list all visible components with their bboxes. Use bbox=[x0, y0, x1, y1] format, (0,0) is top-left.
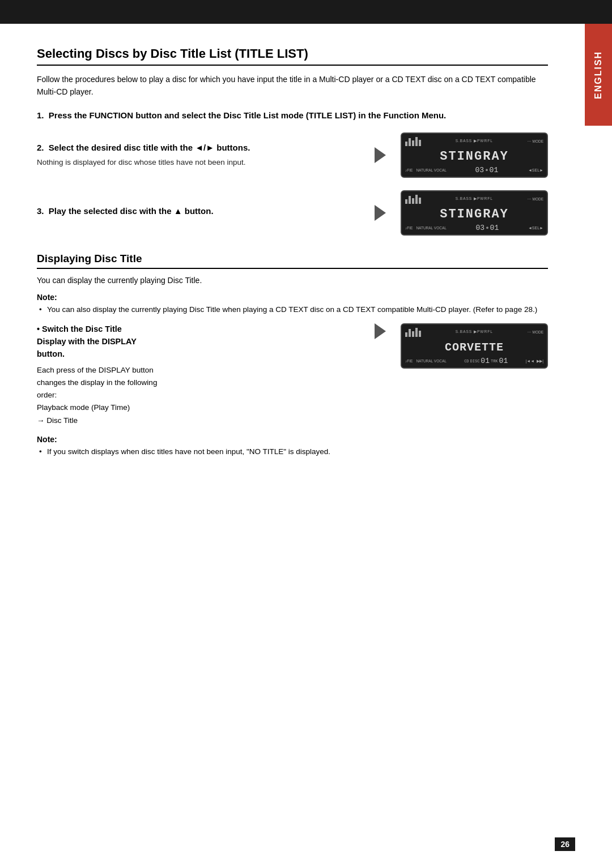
eq-bar bbox=[409, 138, 411, 146]
eq-bar bbox=[412, 198, 414, 204]
eq-bar bbox=[405, 142, 407, 146]
step-2-note: Nothing is displayed for disc whose titl… bbox=[37, 157, 360, 168]
cd-numbers-1: 03 ● 01 bbox=[475, 166, 500, 174]
cd-num-disc: 03 bbox=[475, 166, 484, 174]
eq-bar bbox=[419, 331, 421, 337]
cd-rew-label: |◄◄ bbox=[525, 359, 534, 364]
eq-graphic-1 bbox=[405, 136, 421, 146]
eq-bar bbox=[419, 198, 421, 204]
cd-sel-label-2: ◄SEL► bbox=[528, 226, 543, 230]
top-bar bbox=[0, 0, 612, 24]
cd-fie-label-corvette: ♪FIE bbox=[405, 359, 413, 363]
eq-bar bbox=[409, 329, 411, 337]
body-line1: Each press of the DISPLAY button bbox=[37, 364, 360, 377]
cd-numbers-2: 03 ● 01 bbox=[476, 224, 499, 232]
cd-ffw-label: ▶▶| bbox=[537, 359, 543, 364]
display-order-text: Each press of the DISPLAY button changes… bbox=[37, 364, 360, 427]
cd-natural-label-corvette: NATURAL VOCAL bbox=[416, 359, 446, 363]
cd-num-track-corvette: 01 bbox=[499, 357, 508, 365]
step-2-row: 2. Select the desired disc title with th… bbox=[37, 132, 548, 178]
step-3-text-block: 3. Play the selected disc with the ▲ but… bbox=[37, 206, 360, 220]
step-1-header: 1. Press the FUNCTION button and select … bbox=[37, 110, 548, 120]
step-2-arrow bbox=[370, 147, 390, 163]
body-arrow-line: → Disc Title bbox=[37, 414, 360, 427]
cd-labels-left-1: ♪FIE NATURAL VOCAL bbox=[405, 168, 447, 172]
cd-display-corvette: S.BASS ▶PWRFL ···· MODE CORVETTE ♪FIE NA… bbox=[401, 323, 548, 369]
arrow-label: → bbox=[37, 416, 45, 425]
cd-trk-label: TRK bbox=[491, 359, 498, 364]
section2-note2-label: Note: bbox=[37, 435, 548, 444]
section2-note-text: You can also display the currently playi… bbox=[37, 304, 548, 315]
cd-display-1: S.BASS ▶PWRFL ···· MODE STINGRAY ♪FIE NA… bbox=[401, 132, 548, 178]
step-2: 2. Select the desired disc title with th… bbox=[37, 132, 548, 178]
cd-num-track-2: 01 bbox=[490, 224, 499, 232]
body-line2: changes the display in the following bbox=[37, 377, 360, 389]
cd-label-sbass-1: S.BASS ▶PWRFL bbox=[456, 139, 493, 143]
step-3: 3. Play the selected disc with the ▲ but… bbox=[37, 190, 548, 236]
step-2-label: Select the desired disc title with the ◄… bbox=[49, 143, 250, 152]
step-2-text-block: 2. Select the desired disc title with th… bbox=[37, 143, 360, 168]
cd-disc-sub: DISC bbox=[470, 359, 480, 364]
eq-bar bbox=[409, 196, 411, 204]
eq-graphic-2 bbox=[405, 194, 421, 204]
cd-natural-label-2: NATURAL VOCAL bbox=[416, 226, 446, 230]
eq-bar bbox=[412, 140, 414, 146]
cd-labels-left-corvette: ♪FIE NATURAL VOCAL bbox=[405, 359, 447, 363]
step-1: 1. Press the FUNCTION button and select … bbox=[37, 110, 548, 120]
step-3-arrow bbox=[370, 205, 390, 221]
eq-bar bbox=[415, 137, 418, 146]
cd-fie-label-2: ♪FIE bbox=[405, 226, 413, 230]
bullet-step-display: Switch the Disc Title Display with the D… bbox=[37, 323, 548, 427]
body-line3: order: bbox=[37, 389, 360, 401]
step-2-num: 2. bbox=[37, 143, 44, 152]
cd-labels-left-2: ♪FIE NATURAL VOCAL bbox=[405, 226, 447, 230]
bullet-step-text-block: Switch the Disc Title Display with the D… bbox=[37, 323, 360, 427]
bullet-step-arrow bbox=[370, 323, 390, 339]
step-3-row: 3. Play the selected disc with the ▲ but… bbox=[37, 190, 548, 236]
cd-bullet-2: ● bbox=[486, 225, 488, 231]
cd-sel-label: ◄SEL► bbox=[528, 168, 543, 172]
cd-controls-1: ◄SEL► bbox=[528, 168, 543, 172]
cd-controls-corvette: |◄◄ ▶▶| bbox=[525, 359, 543, 364]
cd-disc-label: CD bbox=[464, 359, 469, 364]
cd-bottom-row-1: ♪FIE NATURAL VOCAL 03 ● 01 ◄SEL► bbox=[405, 166, 543, 174]
cd-controls-2: ◄SEL► bbox=[528, 226, 543, 230]
section2-note-label: Note: bbox=[37, 293, 548, 302]
cd-label-mode-1: ···· MODE bbox=[527, 139, 543, 143]
body-line5: Disc Title bbox=[46, 416, 78, 425]
section1-title: Selecting Discs by Disc Title List (TITL… bbox=[37, 46, 548, 66]
bullet-step-header: Switch the Disc Title Display with the D… bbox=[37, 323, 360, 360]
cd-bottom-row-2: ♪FIE NATURAL VOCAL 03 ● 01 ◄SEL► bbox=[405, 224, 543, 232]
eq-bar bbox=[415, 328, 418, 337]
step-3-label: Play the selected disc with the ▲ button… bbox=[49, 206, 214, 216]
section1-intro: Follow the procedures below to play a di… bbox=[37, 74, 548, 98]
step-3-header: 3. Play the selected disc with the ▲ but… bbox=[37, 206, 360, 216]
step-1-text: Press the FUNCTION button and select the… bbox=[49, 110, 446, 120]
page-number: 26 bbox=[555, 837, 575, 851]
cd-bullet: ● bbox=[485, 168, 488, 173]
cd-title-2: STINGRAY bbox=[405, 206, 543, 223]
cd-num-track: 01 bbox=[490, 166, 499, 174]
section2-title: Displaying Disc Title bbox=[37, 253, 548, 269]
arrow-right-icon-2 bbox=[375, 205, 386, 221]
cd-top-row-1: S.BASS ▶PWRFL ···· MODE bbox=[405, 136, 543, 146]
cd-label-sbass-corvette: S.BASS ▶PWRFL bbox=[456, 330, 493, 334]
main-content: Selecting Discs by Disc Title List (TITL… bbox=[0, 24, 585, 491]
eq-bar bbox=[419, 140, 421, 146]
bullet-header-line2: Display with the DISPLAY bbox=[37, 337, 137, 346]
cd-label-mode-2: ···· MODE bbox=[527, 197, 543, 201]
bullet-header-line3: button. bbox=[37, 349, 65, 358]
eq-graphic-corvette bbox=[405, 327, 421, 337]
section2-note2-text: If you switch displays when disc titles … bbox=[37, 446, 548, 457]
eq-bar bbox=[405, 199, 407, 204]
cd-label-mode-corvette: ···· MODE bbox=[527, 330, 543, 334]
english-tab: ENGLISH bbox=[585, 24, 612, 126]
step-3-num: 3. bbox=[37, 206, 44, 216]
step-1-num: 1. bbox=[37, 110, 44, 120]
cd-num-disc-corvette: 01 bbox=[481, 357, 490, 365]
cd-num-disc-2: 03 bbox=[476, 224, 485, 232]
eq-bar bbox=[405, 332, 407, 337]
arrow-right-icon bbox=[375, 147, 386, 163]
arrow-right-icon-3 bbox=[375, 323, 386, 339]
cd-bottom-row-corvette: ♪FIE NATURAL VOCAL CD DISC 01 TRK 01 |◄◄… bbox=[405, 357, 543, 365]
